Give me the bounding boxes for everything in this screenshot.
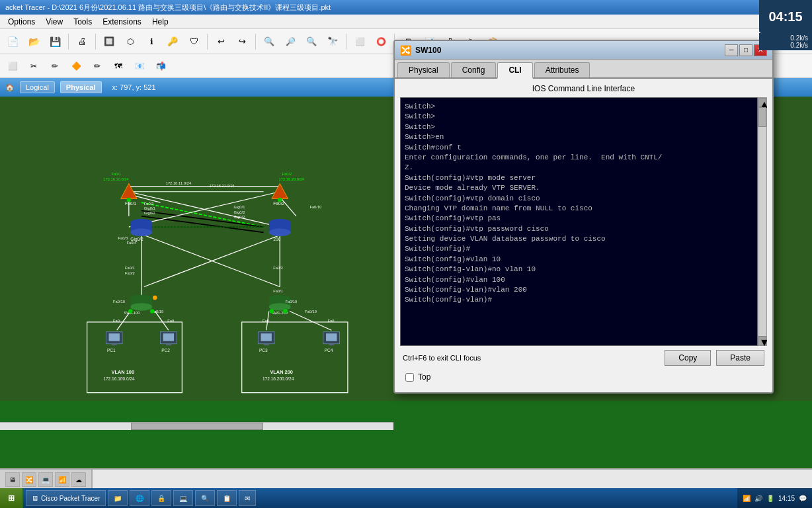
dialog-title-text: SW100 xyxy=(415,46,725,55)
zoom-reset-button[interactable]: 🔍 xyxy=(302,32,321,52)
svg-point-95 xyxy=(278,198,282,202)
zoom-out-button[interactable]: 🔎 xyxy=(280,32,300,52)
taskbar-item-terminal[interactable]: 💻 xyxy=(173,490,193,506)
tb-ellipse[interactable]: ⭕ xyxy=(371,32,391,52)
tb-btn5[interactable]: ℹ xyxy=(142,32,161,52)
physical-mode-button[interactable]: Physical xyxy=(60,81,102,93)
tray-volume-icon[interactable]: 🔊 xyxy=(754,495,762,502)
print-button[interactable]: 🖨 xyxy=(72,32,92,52)
copy-button[interactable]: Copy xyxy=(665,350,711,366)
taskbar-item-chrome[interactable]: 🌐 xyxy=(130,490,149,506)
speed-up: 0.2k/s xyxy=(763,34,808,42)
tb-btn7[interactable]: 🛡 xyxy=(184,32,204,52)
scrollbar-thumb[interactable] xyxy=(758,107,766,127)
menu-extensions[interactable]: Extensions xyxy=(97,16,147,28)
svg-text:Fa0/10: Fa0/10 xyxy=(285,300,297,304)
zoom-fit-button[interactable]: 🔭 xyxy=(323,32,343,52)
cli-terminal[interactable]: Switch> Switch> Switch> Switch>en Switch… xyxy=(400,97,758,346)
tb2-mailbox[interactable]: 📬 xyxy=(151,56,171,76)
redo-button[interactable]: ↪ xyxy=(232,32,252,52)
open-button[interactable]: 📂 xyxy=(24,32,44,52)
menu-help[interactable]: Help xyxy=(147,16,174,28)
svg-text:Gig0/2: Gig0/2 xyxy=(144,211,155,215)
dialog-icon: 🔀 xyxy=(400,45,411,56)
tb2-text[interactable]: ✏ xyxy=(87,56,107,76)
tray-wireless-cat[interactable]: 📶 xyxy=(55,472,69,487)
svg-line-14 xyxy=(155,311,169,330)
top-checkbox[interactable] xyxy=(405,373,414,382)
tb2-shape[interactable]: 🔶 xyxy=(66,56,86,76)
speed-info: 0.2k/s 0.2k/s xyxy=(759,33,812,50)
tray-network-icon[interactable]: 📶 xyxy=(743,495,751,502)
tb-btn4[interactable]: ⬡ xyxy=(120,32,140,52)
taskbar-item-app7[interactable]: ✉ xyxy=(239,490,256,506)
start-icon: ⊞ xyxy=(8,493,15,503)
taskbar-item-pt[interactable]: 🖥 Cisco Packet Tracer xyxy=(26,490,106,506)
taskbar-item-app6[interactable]: 📋 xyxy=(217,490,237,506)
logical-mode-button[interactable]: Logical xyxy=(20,81,55,93)
svg-point-26 xyxy=(130,229,152,237)
svg-text:Fa0: Fa0 xyxy=(167,319,174,323)
tray-pc-cat[interactable]: 💻 xyxy=(38,472,53,487)
save-button[interactable]: 💾 xyxy=(45,32,65,52)
new-button[interactable]: 📄 xyxy=(3,32,22,52)
tray-switch-cat[interactable]: 🔀 xyxy=(22,472,36,487)
dialog-minimize-button[interactable]: ─ xyxy=(725,44,738,56)
undo-button[interactable]: ↩ xyxy=(211,32,231,52)
tab-cli[interactable]: CLI xyxy=(497,62,532,79)
tb-rect[interactable]: ⬜ xyxy=(350,32,370,52)
svg-point-92 xyxy=(270,309,274,314)
taskbar-item-pt-icon: 🖥 xyxy=(32,495,38,502)
clock-time: 04:15 xyxy=(768,9,802,24)
tray-router-cat[interactable]: 🖥 xyxy=(5,472,20,487)
svg-text:Fa0/2: Fa0/2 xyxy=(125,271,135,275)
svg-text:PC4: PC4 xyxy=(325,348,333,353)
start-button[interactable]: ⊞ xyxy=(0,488,23,508)
svg-text:Gig0/2: Gig0/2 xyxy=(233,210,245,214)
svg-text:VLAN 200: VLAN 200 xyxy=(270,369,292,375)
tab-attributes[interactable]: Attributes xyxy=(534,62,590,77)
svg-rect-54 xyxy=(329,344,334,345)
tray-chat-icon[interactable]: 💬 xyxy=(799,495,807,502)
dialog-title-bar[interactable]: 🔀 SW100 ─ □ ✕ xyxy=(395,41,772,60)
svg-text:Fa0/4: Fa0/4 xyxy=(127,241,138,245)
tray-cloud-cat[interactable]: ☁ xyxy=(71,472,86,487)
zoom-in-button[interactable]: 🔍 xyxy=(259,32,279,52)
svg-text:Gig0/1: Gig0/1 xyxy=(233,205,245,209)
tb2-select[interactable]: ⬜ xyxy=(3,56,22,76)
tb-btn3[interactable]: 🔲 xyxy=(99,32,119,52)
sep2 xyxy=(95,34,96,50)
tb2-pen[interactable]: ✏ xyxy=(45,56,65,76)
taskbar-item-chrome-icon: 🌐 xyxy=(136,495,143,502)
scrollbar-up-button[interactable]: ▲ xyxy=(758,98,766,107)
svg-point-34 xyxy=(130,303,152,311)
speed-down: 0.2k/s xyxy=(763,42,808,49)
menu-options[interactable]: Options xyxy=(3,16,40,28)
horizontal-scrollbar[interactable] xyxy=(0,422,393,430)
taskbar-item-app3[interactable]: 🔒 xyxy=(151,490,171,506)
title-bar: acket Tracer - D:\2021 6月份\2021.06.11 路由… xyxy=(0,0,812,15)
tray-battery-icon[interactable]: 🔋 xyxy=(766,495,774,502)
cli-scrollbar[interactable]: ▲ ▼ xyxy=(758,97,767,346)
scrollbar-horizontal-thumb[interactable] xyxy=(131,423,263,430)
tb2-map[interactable]: 🗺 xyxy=(108,56,128,76)
tab-physical[interactable]: Physical xyxy=(397,62,450,77)
tb2-cut[interactable]: ✂ xyxy=(24,56,44,76)
tb-btn6[interactable]: 🔑 xyxy=(163,32,183,52)
menu-bar: Options View Tools Extensions Help xyxy=(0,15,812,29)
tab-config[interactable]: Config xyxy=(451,62,497,77)
svg-text:172.16.10.0/24: 172.16.10.0/24 xyxy=(103,177,129,181)
svg-point-30 xyxy=(269,229,291,237)
taskbar-item-folder[interactable]: 📁 xyxy=(108,490,128,506)
taskbar-item-app6-icon: 📋 xyxy=(223,495,231,502)
scrollbar-down-button[interactable]: ▼ xyxy=(758,336,766,345)
tb2-mail[interactable]: 📧 xyxy=(130,56,149,76)
svg-text:Fa0/2: Fa0/2 xyxy=(273,266,283,270)
menu-view[interactable]: View xyxy=(40,16,68,28)
paste-button[interactable]: Paste xyxy=(716,350,764,366)
coord-display: x: 797, y: 521 xyxy=(112,83,156,91)
menu-tools[interactable]: Tools xyxy=(68,16,97,28)
dialog-maximize-button[interactable]: □ xyxy=(739,44,752,56)
taskbar-item-app5[interactable]: 🔍 xyxy=(195,490,215,506)
windows-taskbar: ⊞ 🖥 Cisco Packet Tracer 📁 🌐 🔒 💻 🔍 📋 ✉ 📶 xyxy=(0,488,812,508)
